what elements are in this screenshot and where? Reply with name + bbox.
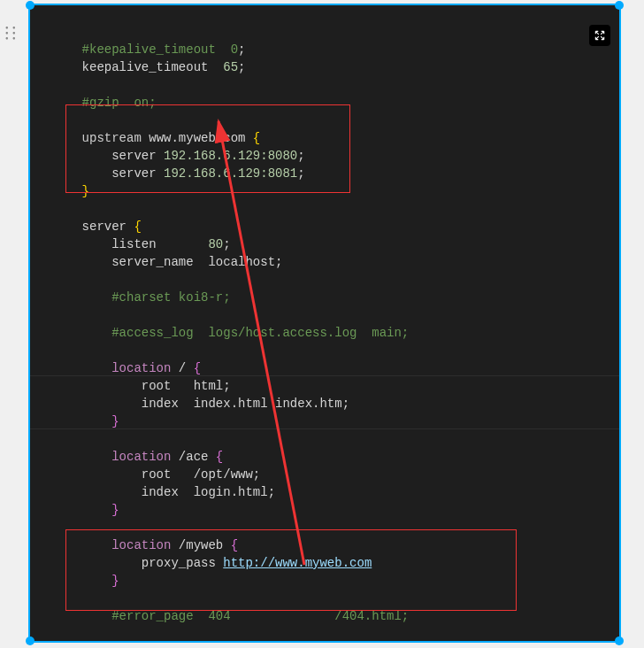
resize-handle-tr[interactable] — [615, 1, 624, 10]
expand-button[interactable] — [589, 25, 610, 46]
code-line: location / { — [52, 361, 201, 375]
comment-text: #gzip on; — [82, 96, 157, 110]
code-line: server 192.168.6.129:8081; — [52, 166, 305, 181]
code-line: #charset koi8-r; — [52, 290, 231, 305]
code-line: listen 80; — [52, 237, 231, 251]
code-line: server { — [52, 220, 142, 234]
code-line: } — [52, 503, 119, 517]
code-line: server 192.168.6.129:8080; — [52, 149, 305, 163]
code-line: proxy_pass http://www.myweb.com — [52, 556, 372, 570]
canvas-stage: • •• •• • #keepalive_timeout 0; keepaliv… — [0, 0, 644, 648]
code-line: } — [52, 574, 119, 588]
code-line: index index.html index.htm; — [52, 397, 349, 411]
drag-grip-icon[interactable]: • •• •• • — [5, 27, 17, 42]
expand-icon — [594, 29, 606, 42]
comment-text: #keepalive_timeout 0 — [82, 42, 238, 57]
selected-image-frame[interactable]: #keepalive_timeout 0; keepalive_timeout … — [28, 4, 621, 643]
code-line: location /myweb { — [52, 538, 238, 552]
code-line: server_name localhost; — [52, 255, 282, 269]
code-line: #access_log logs/host.access.log main; — [52, 326, 409, 340]
code-line: keepalive_timeout 65; — [52, 60, 245, 74]
comment-text: #charset koi8-r; — [82, 290, 231, 305]
code-line: #keepalive_timeout 0; — [52, 42, 245, 57]
resize-handle-tl[interactable] — [26, 1, 34, 10]
code-line: #error_page 404 /404.html; — [52, 609, 409, 623]
code-line: location /ace { — [52, 450, 223, 464]
code-block: #keepalive_timeout 0; keepalive_timeout … — [52, 23, 610, 643]
code-line: #gzip on; — [52, 96, 157, 110]
code-line: upstream www.myweb.com { — [52, 131, 260, 145]
code-line: } — [52, 414, 119, 428]
code-line: root /opt/www; — [52, 467, 260, 482]
code-line: } — [52, 184, 89, 198]
resize-handle-bl[interactable] — [26, 636, 34, 645]
comment-text: #access_log logs/host.access.log main; — [82, 326, 410, 340]
proxy-pass-url: http://www.myweb.com — [223, 556, 372, 570]
comment-text: #error_page 404 /404.html; — [82, 609, 410, 623]
code-line: root html; — [52, 379, 231, 393]
resize-handle-br[interactable] — [615, 636, 624, 645]
code-line: index login.html; — [52, 485, 275, 499]
